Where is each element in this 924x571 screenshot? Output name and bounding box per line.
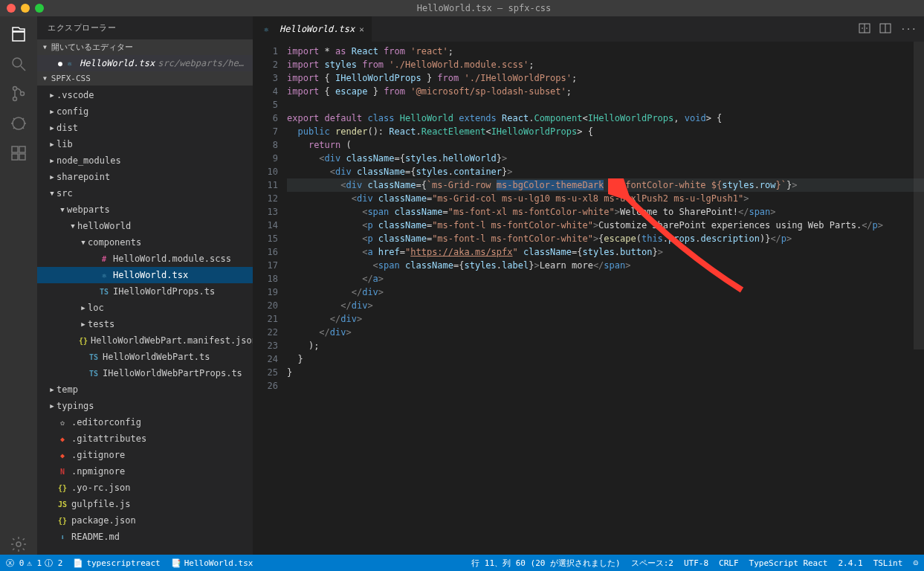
status-indentation[interactable]: スペース:2 — [631, 558, 673, 569]
close-window-button[interactable] — [7, 4, 16, 13]
explorer-icon[interactable] — [8, 24, 29, 45]
open-editor-path: src/webparts/helloWor... — [158, 58, 247, 68]
status-ts-version[interactable]: 2.4.1 — [839, 558, 863, 568]
extensions-icon[interactable] — [8, 143, 29, 164]
minimize-window-button[interactable] — [21, 4, 30, 13]
folder-node_modules[interactable]: ▶node_modules — [37, 152, 253, 169]
svg-point-1 — [13, 87, 17, 91]
settings-icon[interactable] — [8, 534, 29, 555]
file-.editorconfig[interactable]: ✿.editorconfig — [37, 414, 253, 430]
ts-file-icon: TS — [98, 288, 110, 296]
more-actions-icon[interactable]: ··· — [900, 24, 917, 34]
file-.npmignore[interactable]: N.npmignore — [37, 463, 253, 480]
file-tree: ▶.vscode▶config▶dist▶lib▶node_modules▶sh… — [37, 86, 253, 555]
tree-item-label: README.md — [71, 532, 120, 542]
chevron-right-icon: ▶ — [48, 141, 56, 148]
tree-item-label: config — [56, 106, 88, 117]
split-compare-icon[interactable] — [859, 22, 870, 36]
svg-point-2 — [13, 97, 17, 101]
tree-item-label: package.json — [71, 515, 136, 526]
folder-dist[interactable]: ▶dist — [37, 120, 253, 136]
folder-loc[interactable]: ▶loc — [37, 300, 253, 316]
tree-item-label: dist — [56, 123, 78, 133]
status-errors[interactable]: ⓧ 0 — [6, 558, 24, 569]
file-IHelloWorldWebPartProps.ts[interactable]: TSIHelloWorldWebPartProps.ts — [37, 365, 253, 381]
file-HelloWorld.tsx[interactable]: ⚛HelloWorld.tsx — [37, 267, 253, 283]
status-language-ext[interactable]: 📄 typescriptreact — [73, 558, 160, 568]
chevron-right-icon: ▶ — [48, 386, 56, 393]
svg-rect-6 — [19, 146, 25, 152]
gear-file-icon: ✿ — [56, 419, 68, 427]
tree-item-label: .editorconfig — [71, 417, 141, 428]
folder-sharepoint[interactable]: ▶sharepoint — [37, 169, 253, 185]
chevron-right-icon: ▶ — [48, 157, 56, 164]
status-linter[interactable]: TSLint — [873, 558, 903, 568]
status-feedback-icon[interactable]: ☺ — [913, 558, 918, 568]
debug-icon[interactable] — [8, 113, 29, 134]
status-eol[interactable]: CRLF — [719, 558, 739, 568]
file-gulpfile.js[interactable]: JSgulpfile.js — [37, 496, 253, 512]
editor-scrollbar[interactable] — [914, 42, 924, 555]
tab-helloworld-tsx[interactable]: ⚛ HelloWorld.tsx ✕ — [253, 16, 372, 42]
folder-.vscode[interactable]: ▶.vscode — [37, 87, 253, 103]
window-controls — [7, 4, 44, 13]
tree-item-label: HelloWorldWebPart.ts — [103, 352, 210, 362]
file-IHelloWorldProps.ts[interactable]: TSIHelloWorldProps.ts — [37, 283, 253, 300]
status-cursor-position[interactable]: 行 11、列 60 (20 が選択されました) — [471, 558, 620, 569]
js-file-icon: JS — [56, 500, 68, 509]
folder-temp[interactable]: ▶temp — [37, 381, 253, 398]
chevron-right-icon: ▶ — [48, 91, 56, 99]
code-area: 1234567891011121314151617181920212223242… — [253, 42, 924, 555]
tree-item-label: loc — [88, 303, 104, 313]
source-control-icon[interactable] — [8, 83, 29, 104]
svg-rect-8 — [19, 154, 25, 160]
tree-item-label: webparts — [67, 204, 110, 215]
folder-webparts[interactable]: ▼webparts — [37, 201, 253, 218]
split-editor-icon[interactable] — [879, 22, 891, 36]
chevron-down-icon: ▼ — [68, 222, 77, 230]
project-header[interactable]: ▼SPFX-CSS — [37, 71, 253, 86]
file-HelloWorld.module.scss[interactable]: #HelloWorld.module.scss — [37, 251, 253, 267]
folder-typings[interactable]: ▶typings — [37, 398, 253, 414]
file-package.json[interactable]: {}package.json — [37, 512, 253, 529]
file-HelloWorldWebPart.manifest.json[interactable]: {}HelloWorldWebPart.manifest.json — [37, 332, 253, 349]
folder-components[interactable]: ▼components — [37, 234, 253, 251]
react-file-icon: ⚛ — [98, 271, 110, 280]
sidebar-title: エクスプローラー — [37, 16, 253, 39]
svg-rect-7 — [12, 154, 18, 160]
code-content[interactable]: import * as React from 'react';import st… — [287, 42, 924, 555]
tree-item-label: helloWorld — [77, 221, 131, 231]
tree-item-label: .npmignore — [71, 466, 125, 477]
status-language-mode[interactable]: TypeScript React — [749, 558, 828, 568]
status-warnings[interactable]: ⚠ 1 — [27, 558, 42, 568]
activity-bar — [0, 16, 37, 555]
tab-filename: HelloWorld.tsx — [280, 24, 355, 34]
file-.gitignore[interactable]: ◆.gitignore — [37, 447, 253, 463]
status-active-file[interactable]: 📑 HelloWorld.tsx — [171, 558, 253, 568]
folder-src[interactable]: ▼src — [37, 185, 253, 201]
svg-point-9 — [16, 542, 21, 546]
file-.gitattributes[interactable]: ◆.gitattributes — [37, 430, 253, 447]
file-README.md[interactable]: ⬇README.md — [37, 529, 253, 545]
svg-point-0 — [13, 58, 22, 67]
open-editor-item[interactable]: ● ⚛ HelloWorld.tsx src/webparts/helloWor… — [37, 55, 253, 71]
tree-item-label: components — [88, 237, 141, 248]
folder-config[interactable]: ▶config — [37, 103, 253, 120]
chevron-down-icon: ▼ — [48, 190, 56, 197]
git-file-icon: ◆ — [56, 451, 68, 459]
search-icon[interactable] — [8, 54, 29, 74]
folder-tests[interactable]: ▶tests — [37, 316, 253, 332]
file-.yo-rc.json[interactable]: {}.yo-rc.json — [37, 480, 253, 496]
folder-helloWorld[interactable]: ▼helloWorld — [37, 218, 253, 234]
folder-lib[interactable]: ▶lib — [37, 136, 253, 152]
react-icon: ⚛ — [65, 59, 74, 68]
open-editors-header[interactable]: ▼開いているエディター — [37, 39, 253, 55]
tree-item-label: tests — [88, 319, 114, 329]
json-file-icon: {} — [56, 517, 68, 525]
close-tab-icon[interactable]: ✕ — [359, 25, 364, 34]
status-encoding[interactable]: UTF-8 — [684, 558, 708, 568]
file-HelloWorldWebPart.ts[interactable]: TSHelloWorldWebPart.ts — [37, 349, 253, 365]
status-infos[interactable]: ⓘ 2 — [45, 558, 62, 569]
zoom-window-button[interactable] — [35, 4, 44, 13]
tree-item-label: sharepoint — [56, 172, 110, 182]
